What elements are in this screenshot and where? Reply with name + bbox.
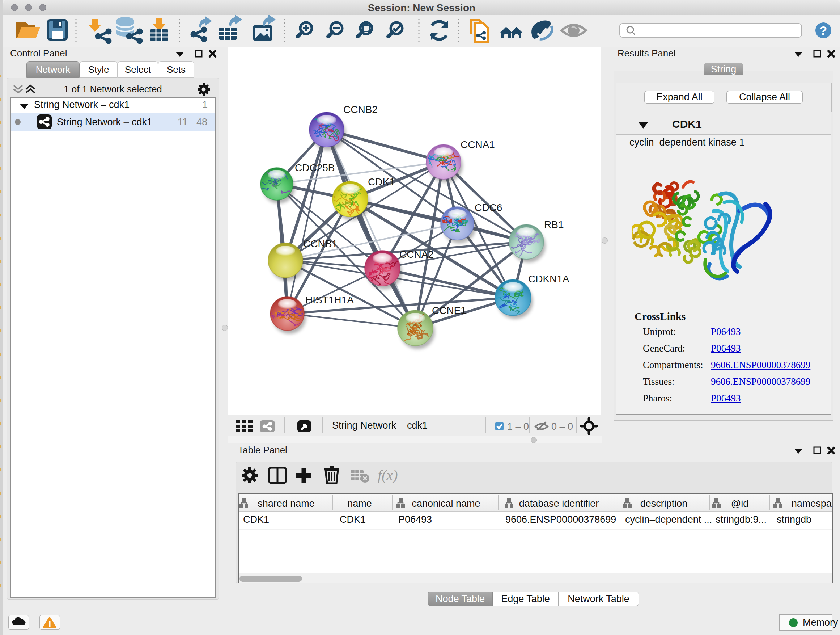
svg-text:?: ?	[820, 24, 827, 37]
svg-text:stringdb: stringdb	[777, 514, 812, 525]
svg-text:HIST1H1A: HIST1H1A	[305, 295, 354, 306]
svg-text:stringdb:9...: stringdb:9...	[715, 514, 767, 525]
svg-text:CCNB2: CCNB2	[343, 104, 378, 115]
svg-text:database identifier: database identifier	[519, 498, 599, 509]
svg-text:name: name	[347, 498, 372, 509]
svg-text:CDKN1A: CDKN1A	[528, 273, 569, 285]
svg-text:namespac: namespac	[791, 498, 832, 509]
svg-text:cyclin–dependent ...: cyclin–dependent ...	[625, 514, 712, 525]
svg-text:CDK1: CDK1	[368, 176, 395, 187]
svg-text:CDK1: CDK1	[340, 514, 366, 525]
svg-text:CCNE1: CCNE1	[432, 305, 466, 316]
svg-text:@id: @id	[731, 498, 748, 509]
svg-text:CCNA1: CCNA1	[461, 139, 495, 150]
svg-text:description: description	[640, 498, 688, 509]
svg-text:CCNB1: CCNB1	[303, 238, 338, 249]
svg-text:9606.ENSP00000378699: 9606.ENSP00000378699	[505, 514, 616, 525]
svg-text:1 – 0: 1 – 0	[507, 421, 529, 432]
svg-text:P06493: P06493	[398, 514, 432, 525]
svg-text:shared name: shared name	[257, 498, 315, 509]
svg-text:CDK1: CDK1	[243, 514, 269, 525]
svg-text:CDC6: CDC6	[475, 202, 502, 213]
svg-text:RB1: RB1	[544, 219, 564, 230]
svg-text:f(x): f(x)	[378, 467, 398, 483]
svg-text:CCNA2: CCNA2	[399, 249, 434, 260]
svg-text:canonical name: canonical name	[412, 498, 480, 509]
svg-text:0 – 0: 0 – 0	[551, 421, 573, 432]
svg-text:CDC25B: CDC25B	[295, 162, 335, 173]
